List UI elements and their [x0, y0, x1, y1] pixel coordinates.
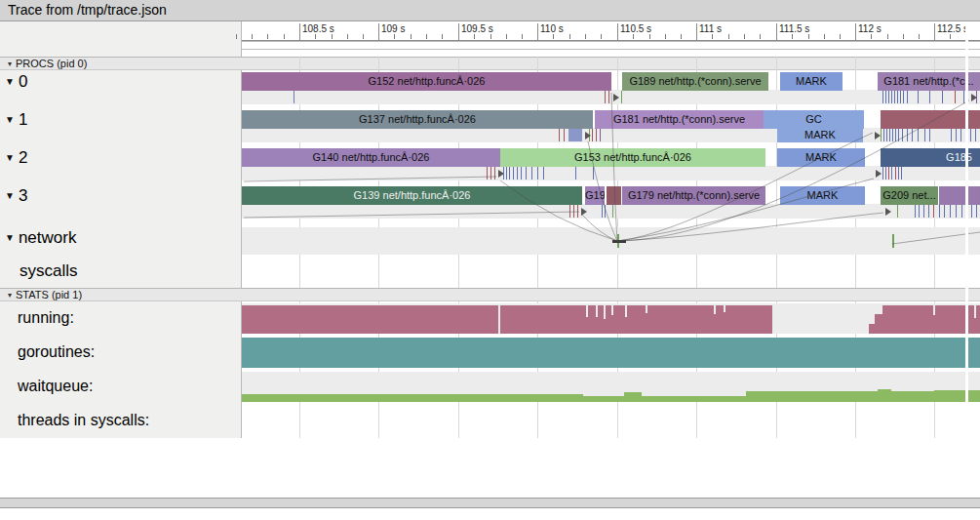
ruler-minor-tick	[871, 34, 872, 39]
proc-lane2-bg	[242, 90, 980, 104]
event-tick	[898, 129, 899, 141]
ruler-major-tick	[299, 23, 300, 41]
event-tick	[924, 129, 925, 141]
trace-slice[interactable]: GC	[764, 110, 864, 129]
ruler-tick-label: 111.5 s	[779, 23, 809, 34]
collapse-triangle-icon[interactable]: ▼	[5, 190, 15, 201]
stat-series-gap	[611, 305, 613, 315]
timeline-ruler[interactable]: 108.5 s109 s109.5 s110 s110.5 s111 s111.…	[242, 21, 980, 41]
collapse-triangle-icon[interactable]: ▼	[5, 76, 15, 87]
ruler-tick-label: 108.5 s	[302, 23, 334, 34]
trace-slice[interactable]: G189 net/http.(*conn).serve	[622, 72, 768, 91]
collapse-triangle-icon[interactable]: ▼	[5, 232, 15, 243]
event-tick	[882, 167, 883, 180]
event-tick	[944, 205, 945, 218]
event-tick	[621, 91, 622, 103]
ruler-minor-tick	[950, 34, 951, 39]
stat-series-gap	[586, 305, 588, 317]
trace-slice[interactable]: MARK	[780, 72, 843, 91]
trace-slice[interactable]: G179 net/http.(*conn).serve	[622, 186, 765, 205]
event-tick	[918, 91, 919, 103]
event-tick	[915, 205, 916, 218]
ruler-minor-tick	[569, 34, 570, 39]
flow-arrowhead-icon	[971, 94, 977, 101]
sidebar-item-proc-1[interactable]: ▼1	[0, 110, 240, 130]
event-tick	[885, 91, 886, 103]
sidebar-item-proc-3[interactable]: ▼3	[0, 186, 240, 206]
ruler-major-tick	[696, 23, 697, 41]
trace-slice[interactable]	[607, 186, 621, 205]
collapse-triangle-icon[interactable]: ▼	[5, 114, 15, 125]
event-tick	[903, 91, 904, 103]
flow-arrowhead-icon	[876, 170, 882, 178]
trace-slice[interactable]: G209 net...	[881, 186, 938, 205]
event-tick	[894, 91, 895, 103]
sidebar-item-stat: running:	[18, 309, 240, 327]
event-tick	[506, 167, 507, 180]
event-tick	[600, 129, 601, 141]
event-tick	[955, 91, 956, 103]
trace-slice[interactable]: G137 net/http.funcÂ·026	[242, 110, 593, 129]
event-tick	[907, 129, 908, 141]
proc-lane2-bg	[242, 128, 980, 142]
ruler-minor-tick	[601, 34, 602, 39]
ruler-minor-tick	[506, 34, 507, 39]
trace-slice[interactable]: MARK	[777, 128, 863, 142]
event-tick	[919, 205, 920, 218]
trace-slice[interactable]: G140 net/http.funcÂ·026	[242, 148, 500, 167]
sidebar-item-syscalls[interactable]: syscalls	[0, 261, 240, 281]
event-tick	[592, 129, 593, 141]
proc-row-label: 3	[19, 186, 27, 205]
trace-slice[interactable]: MARK	[780, 186, 865, 205]
stat-series-gap	[498, 305, 500, 334]
event-tick	[888, 167, 889, 180]
bottom-scrollbar[interactable]	[0, 498, 980, 508]
ruler-minor-tick	[585, 34, 586, 39]
collapse-triangle-icon[interactable]: ▾	[8, 291, 12, 300]
stat-series-segment	[242, 338, 980, 368]
trace-slice[interactable]: MARK	[777, 148, 865, 167]
event-tick	[902, 129, 903, 141]
ruler-minor-tick	[332, 34, 333, 39]
event-tick	[901, 167, 902, 180]
ruler-minor-tick	[315, 34, 316, 39]
sidebar-item-proc-2[interactable]: ▼2	[0, 148, 240, 168]
ruler-minor-tick	[903, 34, 904, 39]
event-tick	[883, 129, 884, 141]
trace-slice[interactable]: G139 net/http.funcÂ·026	[242, 186, 582, 205]
sidebar-item-network[interactable]: ▼network	[0, 228, 240, 248]
ruler-minor-tick	[363, 34, 364, 39]
ruler-minor-tick	[681, 34, 682, 39]
stat-series-segment	[875, 314, 882, 334]
network-merge-point	[612, 240, 626, 243]
trace-slice[interactable]	[939, 186, 980, 205]
proc-row-label: 2	[19, 148, 27, 167]
event-tick	[950, 205, 951, 218]
ruler-minor-tick	[633, 34, 634, 39]
event-tick	[568, 129, 582, 141]
ruler-minor-tick	[426, 34, 427, 39]
ruler-major-tick	[537, 23, 538, 41]
trace-slice[interactable]: G181 net/http.(*conn).serve	[595, 110, 764, 129]
event-tick	[494, 167, 495, 180]
trace-slice[interactable]: G152 net/http.funcÂ·026	[242, 72, 611, 91]
ruler-tick-label: 112.5 s	[937, 23, 968, 34]
ruler-minor-tick	[744, 34, 745, 39]
procs-section-header[interactable]: ▾PROCS (pid 0)	[0, 57, 980, 70]
trace-slice[interactable]: G19	[585, 186, 605, 205]
ruler-tick-label: 112 s	[858, 23, 882, 34]
proc-row-label: 1	[19, 110, 27, 129]
sidebar-item-proc-0[interactable]: ▼0	[0, 72, 240, 92]
trace-slice[interactable]: G153 net/http.funcÂ·026	[500, 148, 765, 167]
ruler-minor-tick	[760, 34, 761, 39]
collapse-triangle-icon[interactable]: ▾	[8, 60, 12, 68]
event-tick	[892, 129, 893, 141]
ruler-divider-2	[242, 49, 980, 50]
ruler-minor-tick	[284, 34, 285, 39]
collapse-triangle-icon[interactable]: ▼	[5, 152, 15, 163]
event-tick	[605, 91, 606, 103]
stat-series-gap	[714, 305, 716, 314]
event-tick	[961, 205, 962, 218]
ruler-minor-tick	[728, 34, 729, 39]
stats-section-header[interactable]: ▾STATS (pid 1)	[0, 288, 980, 301]
